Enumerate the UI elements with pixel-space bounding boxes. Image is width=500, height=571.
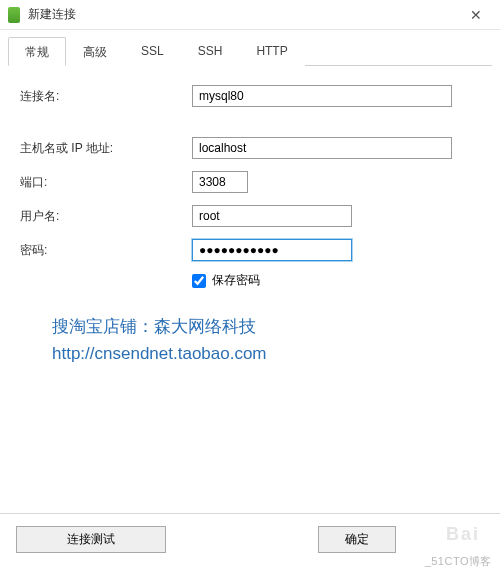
row-password: 密码:: [20, 238, 480, 262]
row-port: 端口:: [20, 170, 480, 194]
password-input[interactable]: [192, 239, 352, 261]
password-label: 密码:: [20, 242, 192, 259]
footer: 连接测试 确定 取消: [0, 513, 500, 553]
host-input[interactable]: [192, 137, 452, 159]
user-label: 用户名:: [20, 208, 192, 225]
row-connection-name: 连接名:: [20, 84, 480, 108]
promo-line1: 搜淘宝店铺：森大网络科技: [52, 313, 470, 340]
promo-line2: http://cnsendnet.taobao.com: [52, 340, 470, 367]
tab-advanced[interactable]: 高级: [66, 37, 124, 66]
ok-button[interactable]: 确定: [318, 526, 396, 553]
test-connection-button[interactable]: 连接测试: [16, 526, 166, 553]
tab-general[interactable]: 常规: [8, 37, 66, 66]
conn-name-label: 连接名:: [20, 88, 192, 105]
tab-http[interactable]: HTTP: [239, 37, 304, 66]
form-panel: 连接名: 主机名或 IP 地址: 端口: 用户名: 密码: 保存密码 搜淘宝店铺…: [0, 66, 500, 385]
close-icon[interactable]: ✕: [460, 3, 492, 27]
titlebar: 新建连接 ✕: [0, 0, 500, 30]
port-label: 端口:: [20, 174, 192, 191]
row-user: 用户名:: [20, 204, 480, 228]
host-label: 主机名或 IP 地址:: [20, 140, 192, 157]
save-password-label: 保存密码: [212, 272, 260, 289]
tab-ssl[interactable]: SSL: [124, 37, 181, 66]
app-icon: [8, 7, 20, 23]
port-input[interactable]: [192, 171, 248, 193]
watermark-text: _51CTO博客: [425, 554, 492, 569]
save-password-checkbox[interactable]: [192, 274, 206, 288]
window-title: 新建连接: [28, 6, 460, 23]
row-host: 主机名或 IP 地址:: [20, 136, 480, 160]
conn-name-input[interactable]: [192, 85, 452, 107]
row-save-password: 保存密码: [192, 272, 480, 289]
promo-block: 搜淘宝店铺：森大网络科技 http://cnsendnet.taobao.com: [52, 313, 470, 367]
footer-right: 确定 取消: [318, 526, 484, 553]
user-input[interactable]: [192, 205, 352, 227]
tab-bar: 常规 高级 SSL SSH HTTP: [8, 36, 492, 66]
tab-ssh[interactable]: SSH: [181, 37, 240, 66]
